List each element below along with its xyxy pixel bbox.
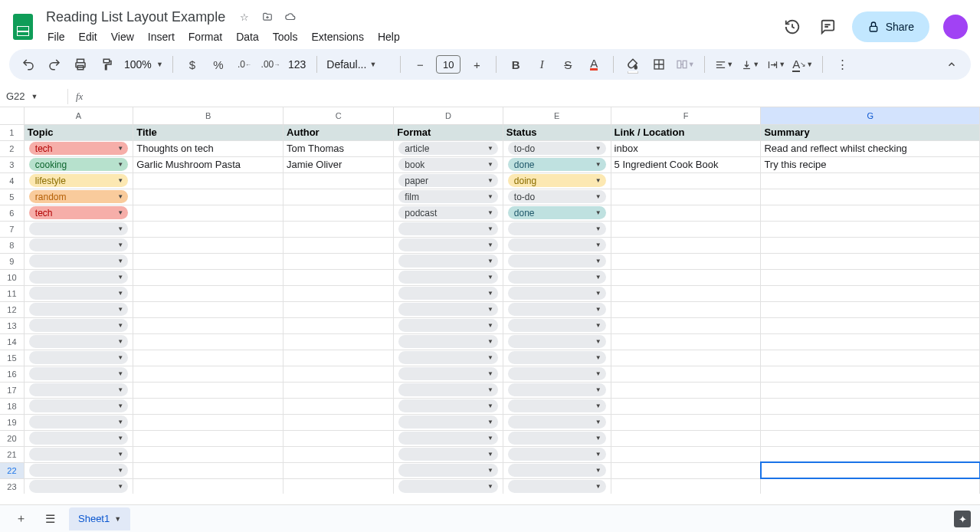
rotate-button[interactable]: A↘▼ <box>792 54 813 75</box>
cell[interactable]: ▼ <box>394 317 503 333</box>
cell[interactable] <box>761 382 980 398</box>
header-cell[interactable]: Summary <box>761 124 980 140</box>
dropdown-chip[interactable]: lifestyle▼ <box>29 174 128 187</box>
dropdown-chip[interactable]: ▼ <box>508 222 606 235</box>
dropdown-chip[interactable]: ▼ <box>398 464 498 477</box>
col-header-B[interactable]: B <box>133 107 284 124</box>
cell[interactable] <box>761 189 980 205</box>
cell[interactable] <box>611 237 761 253</box>
cell[interactable] <box>611 446 761 462</box>
cell[interactable] <box>133 350 284 366</box>
cell[interactable]: ▼ <box>503 253 611 269</box>
cell[interactable]: ▼ <box>24 350 133 366</box>
borders-button[interactable] <box>649 54 669 75</box>
cell[interactable] <box>761 317 980 333</box>
dropdown-chip[interactable]: done▼ <box>508 206 606 219</box>
cell[interactable] <box>284 446 394 462</box>
cell[interactable] <box>133 237 284 253</box>
header-cell[interactable]: Status <box>503 124 611 140</box>
menu-format[interactable]: Format <box>182 28 228 46</box>
menu-file[interactable]: File <box>41 28 71 46</box>
cell[interactable] <box>611 285 761 301</box>
cell[interactable] <box>284 478 394 494</box>
row-header[interactable]: 16 <box>0 366 24 382</box>
menu-data[interactable]: Data <box>230 28 265 46</box>
dropdown-chip[interactable]: ▼ <box>398 238 498 251</box>
cell[interactable]: ▼ <box>394 301 503 317</box>
cell[interactable]: 5 Ingredient Cook Book <box>611 156 761 172</box>
cell[interactable]: ▼ <box>503 285 611 301</box>
cell[interactable] <box>761 398 980 414</box>
cell[interactable]: ▼ <box>503 317 611 333</box>
cell[interactable] <box>611 221 761 237</box>
cell[interactable] <box>133 317 284 333</box>
cell[interactable] <box>761 414 980 430</box>
dropdown-chip[interactable]: ▼ <box>508 432 606 445</box>
star-icon[interactable]: ☆ <box>238 11 251 23</box>
cell[interactable] <box>284 221 394 237</box>
cell[interactable]: to-do▼ <box>503 140 611 156</box>
sheet-tab[interactable]: Sheet1▼ <box>69 507 130 530</box>
font-select[interactable]: Defaul...▼ <box>326 58 391 71</box>
dropdown-chip[interactable]: ▼ <box>29 399 128 412</box>
dropdown-chip[interactable]: ▼ <box>398 480 498 493</box>
cell[interactable] <box>133 172 284 189</box>
cell[interactable]: ▼ <box>24 269 133 285</box>
header-cell[interactable]: Title <box>133 124 284 140</box>
dropdown-chip[interactable]: ▼ <box>508 480 606 493</box>
share-button[interactable]: Share <box>852 11 929 42</box>
menu-view[interactable]: View <box>105 28 140 46</box>
dropdown-chip[interactable]: book▼ <box>398 158 498 171</box>
cell[interactable]: ▼ <box>394 398 503 414</box>
add-sheet-button[interactable]: ＋ <box>11 508 31 530</box>
document-title[interactable]: Reading List Layout Example <box>41 8 230 26</box>
cell[interactable]: ▼ <box>24 221 133 237</box>
col-header-F[interactable]: F <box>611 107 761 124</box>
cell[interactable] <box>284 333 394 350</box>
cell[interactable]: ▼ <box>503 269 611 285</box>
cell[interactable] <box>284 430 394 446</box>
menu-edit[interactable]: Edit <box>73 28 103 46</box>
row-header[interactable]: 14 <box>0 333 24 350</box>
dropdown-chip[interactable]: ▼ <box>508 383 606 396</box>
header-cell[interactable]: Topic <box>24 124 133 140</box>
menu-tools[interactable]: Tools <box>267 28 304 46</box>
col-header-E[interactable]: E <box>503 107 611 124</box>
cell[interactable] <box>761 350 980 366</box>
cell[interactable] <box>761 301 980 317</box>
row-header[interactable]: 22 <box>0 462 24 478</box>
cell[interactable]: to-do▼ <box>503 189 611 205</box>
col-header-D[interactable]: D <box>394 107 503 124</box>
cell[interactable] <box>133 269 284 285</box>
cell[interactable]: ▼ <box>394 269 503 285</box>
cell[interactable] <box>284 350 394 366</box>
cell[interactable] <box>284 237 394 253</box>
cell[interactable]: ▼ <box>24 301 133 317</box>
cell[interactable]: done▼ <box>503 156 611 172</box>
cell[interactable] <box>133 382 284 398</box>
cell[interactable]: ▼ <box>24 430 133 446</box>
col-header-G[interactable]: G <box>761 107 980 124</box>
dropdown-chip[interactable]: ▼ <box>508 448 606 461</box>
row-header[interactable]: 10 <box>0 269 24 285</box>
dropdown-chip[interactable]: ▼ <box>29 367 128 380</box>
row-header[interactable]: 9 <box>0 253 24 269</box>
cell[interactable]: ▼ <box>394 446 503 462</box>
row-header[interactable]: 13 <box>0 317 24 333</box>
cell[interactable]: tech▼ <box>24 205 133 221</box>
row-header[interactable]: 15 <box>0 350 24 366</box>
dropdown-chip[interactable]: ▼ <box>508 255 606 268</box>
cell[interactable] <box>611 478 761 494</box>
dropdown-chip[interactable]: ▼ <box>398 287 498 300</box>
zoom-select[interactable]: 100% ▼ <box>123 54 163 75</box>
dropdown-chip[interactable]: ▼ <box>508 271 606 284</box>
dropdown-chip[interactable]: ▼ <box>508 238 606 251</box>
cell[interactable] <box>284 253 394 269</box>
cell[interactable] <box>761 462 980 478</box>
dropdown-chip[interactable]: ▼ <box>508 351 606 364</box>
cell[interactable]: ▼ <box>503 398 611 414</box>
cell[interactable] <box>284 414 394 430</box>
cell[interactable]: ▼ <box>24 398 133 414</box>
cell[interactable]: ▼ <box>24 478 133 494</box>
cell[interactable]: ▼ <box>394 430 503 446</box>
